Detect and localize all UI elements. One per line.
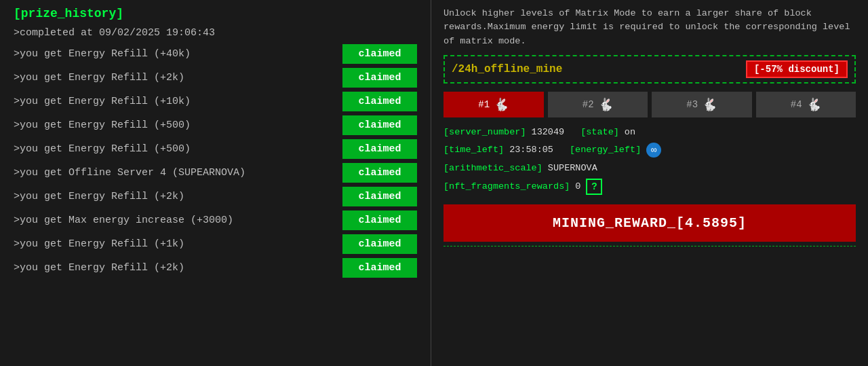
server-number-value: 132049 xyxy=(532,127,565,137)
section-title: [prize_history] xyxy=(14,7,417,20)
tab4-label: #4 xyxy=(791,99,802,110)
server-number-row: [server_number] 132049 [state] on xyxy=(443,127,856,137)
right-panel: Unlock higher levels of Matrix Mode to e… xyxy=(431,0,868,366)
bottom-dashed-line xyxy=(443,246,856,246)
claimed-button[interactable]: claimed xyxy=(342,234,417,254)
claimed-button[interactable]: claimed xyxy=(342,92,417,111)
reward-text: >you get Energy Refill (+2k) xyxy=(14,191,342,202)
reward-text: >you get Energy Refill (+2k) xyxy=(14,72,342,84)
arithmetic-scale-row: [arithmetic_scale] SUPERNOVA xyxy=(443,163,856,173)
mining-reward-button[interactable]: MINING_REWARD_[4.5895] xyxy=(443,204,856,242)
server-tab-1[interactable]: #1 🐇 xyxy=(443,92,544,117)
offline-section: /24h_offline_mine [-57% discount] xyxy=(443,55,856,84)
arithmetic-scale-value: SUPERNOVA xyxy=(548,163,597,173)
server-tabs: #1 🐇 #2 🐇 #3 🐇 #4 🐇 xyxy=(443,92,856,117)
time-left-row: [time_left] 23:58:05 [energy_left] ∞ xyxy=(443,143,856,158)
nft-row: [nft_fragments_rewards] 0 ? xyxy=(443,179,856,195)
arithmetic-scale-label: [arithmetic_scale] xyxy=(443,163,542,173)
time-left-value: 23:58:05 xyxy=(509,145,553,155)
discount-badge: [-57% discount] xyxy=(746,60,848,78)
reward-row: >you get Energy Refill (+500)claimed xyxy=(14,115,417,135)
reward-row: >you get Energy Refill (+2k)claimed xyxy=(14,187,417,206)
claimed-button[interactable]: claimed xyxy=(342,115,417,135)
claimed-button[interactable]: claimed xyxy=(342,258,417,278)
rabbit-icon-2: 🐇 xyxy=(598,97,613,112)
reward-row: >you get Energy Refill (+500)claimed xyxy=(14,139,417,159)
claimed-button[interactable]: claimed xyxy=(342,139,417,159)
nft-value: 0 xyxy=(575,181,580,191)
rabbit-icon-4: 🐇 xyxy=(806,97,821,112)
nft-question-button[interactable]: ? xyxy=(586,179,602,195)
reward-row: >you get Max energy increase (+3000)clai… xyxy=(14,211,417,230)
reward-text: >you get Energy Refill (+10k) xyxy=(14,96,342,107)
reward-text: >you get Offline Server 4 (SUPEARNOVA) xyxy=(14,167,342,179)
reward-text: >you get Energy Refill (+2k) xyxy=(14,262,342,274)
description-text: Unlock higher levels of Matrix Mode to e… xyxy=(443,7,856,48)
reward-row: >you get Energy Refill (+2k)claimed xyxy=(14,68,417,88)
claimed-button[interactable]: claimed xyxy=(342,163,417,183)
offline-header: /24h_offline_mine [-57% discount] xyxy=(452,60,848,78)
claimed-button[interactable]: claimed xyxy=(342,187,417,206)
left-panel: [prize_history] >completed at 09/02/2025… xyxy=(0,0,431,366)
reward-text: >you get Max energy increase (+3000) xyxy=(14,215,342,226)
tab1-label: #1 xyxy=(478,99,490,110)
rewards-list: >you get Energy Refill (+40k)claimed>you… xyxy=(14,44,417,278)
state-value: on xyxy=(625,127,635,137)
reward-row: >you get Offline Server 4 (SUPEARNOVA)cl… xyxy=(14,163,417,183)
reward-text: >you get Energy Refill (+40k) xyxy=(14,48,342,60)
infinity-icon: ∞ xyxy=(646,143,661,158)
reward-text: >you get Energy Refill (+500) xyxy=(14,120,342,131)
reward-row: >you get Energy Refill (+40k)claimed xyxy=(14,44,417,64)
nft-label: [nft_fragments_rewards] xyxy=(443,181,570,191)
energy-left-label: [energy_left] xyxy=(570,145,641,155)
state-label: [state] xyxy=(580,127,619,137)
claimed-button[interactable]: claimed xyxy=(342,44,417,64)
server-number-label: [server_number] xyxy=(443,127,526,137)
claimed-button[interactable]: claimed xyxy=(342,211,417,230)
tab3-label: #3 xyxy=(686,99,698,110)
info-grid: [server_number] 132049 [state] on [time_… xyxy=(443,127,856,195)
reward-row: >you get Energy Refill (+10k)claimed xyxy=(14,92,417,111)
rabbit-icon-1: 🐇 xyxy=(494,97,509,112)
rabbit-icon-3: 🐇 xyxy=(702,97,717,112)
claimed-button[interactable]: claimed xyxy=(342,68,417,88)
offline-title: /24h_offline_mine xyxy=(452,63,562,75)
time-left-label: [time_left] xyxy=(443,145,504,155)
server-tab-3[interactable]: #3 🐇 xyxy=(652,92,752,117)
server-tab-4[interactable]: #4 🐇 xyxy=(756,92,856,117)
reward-row: >you get Energy Refill (+2k)claimed xyxy=(14,258,417,278)
tab2-label: #2 xyxy=(583,99,594,110)
server-tab-2[interactable]: #2 🐇 xyxy=(548,92,648,117)
reward-text: >you get Energy Refill (+1k) xyxy=(14,238,342,250)
completed-line: >completed at 09/02/2025 19:06:43 xyxy=(14,27,417,39)
reward-text: >you get Energy Refill (+500) xyxy=(14,143,342,155)
reward-row: >you get Energy Refill (+1k)claimed xyxy=(14,234,417,254)
